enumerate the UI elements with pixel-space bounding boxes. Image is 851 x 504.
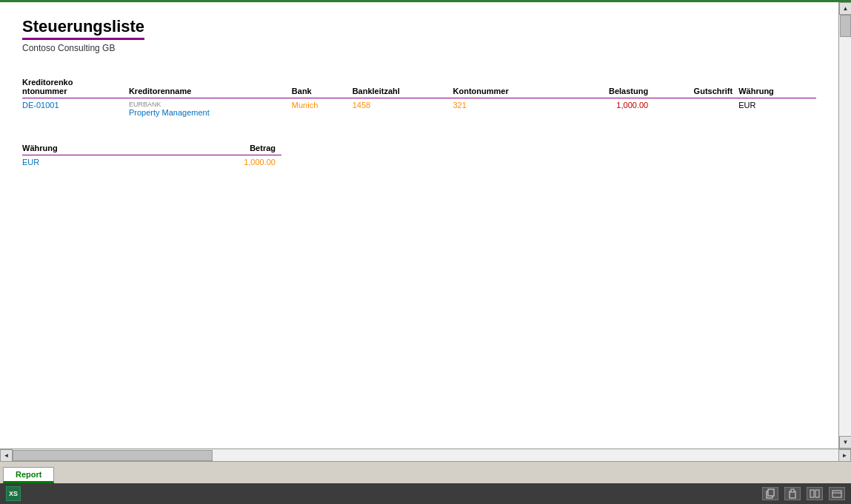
columns-icon[interactable] [807, 487, 823, 500]
summary-cell-betrag: 1,000.00 [158, 155, 281, 169]
paste-icon[interactable] [784, 487, 801, 500]
cell-kontonummer: 321 [453, 98, 570, 120]
summary-cell-waehrung: EUR [22, 155, 158, 169]
tab-report[interactable]: Report [3, 467, 54, 483]
summary-col-betrag: Betrag [158, 141, 281, 155]
col-header-kreditorenname: Kreditorenname [129, 75, 292, 98]
status-left: XS [6, 486, 21, 501]
col-header-kreditoren-nr: Kreditorenko ntonummer [22, 75, 129, 98]
status-bar: XS [0, 483, 851, 504]
cell-bank[interactable]: Munich [292, 98, 353, 120]
cell-belastung: 1,000.00 [569, 98, 654, 120]
cell-waehrung: EUR [738, 98, 816, 120]
summary-row: EUR 1,000.00 [22, 155, 281, 169]
col-header-bankleitzahl: Bankleitzahl [353, 75, 453, 98]
status-right [762, 487, 845, 500]
report-title: Steuerungsliste [22, 17, 144, 40]
cell-bankleitzahl: 1458 [353, 98, 453, 120]
copy-icon[interactable] [762, 487, 778, 500]
report-content: Steuerungsliste Contoso Consulting GB Kr… [0, 2, 838, 448]
cell-kreditoren-nr[interactable]: DE-01001 [22, 98, 129, 120]
scrollbar-track[interactable] [839, 15, 851, 436]
h-scroll-thumb[interactable] [13, 450, 213, 461]
svg-rect-5 [815, 490, 819, 497]
svg-rect-6 [832, 491, 841, 497]
scrollable-content: Steuerungsliste Contoso Consulting GB Kr… [0, 2, 851, 448]
scroll-left-arrow[interactable]: ◄ [0, 449, 13, 462]
table-header-row: Kreditorenko ntonummer Kreditorenname Ba… [22, 75, 816, 98]
scroll-down-arrow[interactable]: ▼ [839, 436, 851, 448]
svg-rect-1 [768, 489, 774, 496]
summary-header-row: Währung Betrag [22, 141, 281, 155]
svg-rect-4 [810, 490, 814, 497]
scroll-right-arrow[interactable]: ► [838, 449, 851, 462]
col-header-belastung: Belastung [569, 75, 654, 98]
vertical-scrollbar[interactable]: ▲ ▼ [838, 2, 851, 448]
scroll-up-arrow[interactable]: ▲ [839, 2, 851, 15]
content-area: Steuerungsliste Contoso Consulting GB Kr… [0, 2, 851, 461]
cell-gutschrift [654, 98, 738, 120]
summary-col-waehrung: Währung [22, 141, 158, 155]
table-row: DE-01001 EURBANK Property Management Mun… [22, 98, 816, 120]
svg-rect-3 [791, 489, 794, 492]
tab-bar: Report [0, 461, 851, 483]
col-header-kontonummer: Kontonummer [453, 75, 570, 98]
col-header-waehrung: Währung [738, 75, 816, 98]
main-table: Kreditorenko ntonummer Kreditorenname Ba… [22, 75, 816, 119]
scrollbar-thumb[interactable] [840, 15, 851, 37]
excel-icon: XS [6, 486, 21, 501]
horizontal-scroll-area[interactable]: ◄ ► [0, 448, 851, 461]
bank-partial-overlay: EURBANK [129, 101, 286, 108]
h-scroll-track[interactable] [13, 449, 838, 462]
window-icon[interactable] [829, 487, 845, 500]
cell-kreditorenname: EURBANK Property Management [129, 98, 292, 120]
report-subtitle: Contoso Consulting GB [22, 43, 816, 53]
main-window: Steuerungsliste Contoso Consulting GB Kr… [0, 0, 851, 504]
col-header-bank: Bank [292, 75, 353, 98]
col-header-gutschrift: Gutschrift [654, 75, 738, 98]
summary-table: Währung Betrag EUR 1,000.00 [22, 141, 281, 169]
